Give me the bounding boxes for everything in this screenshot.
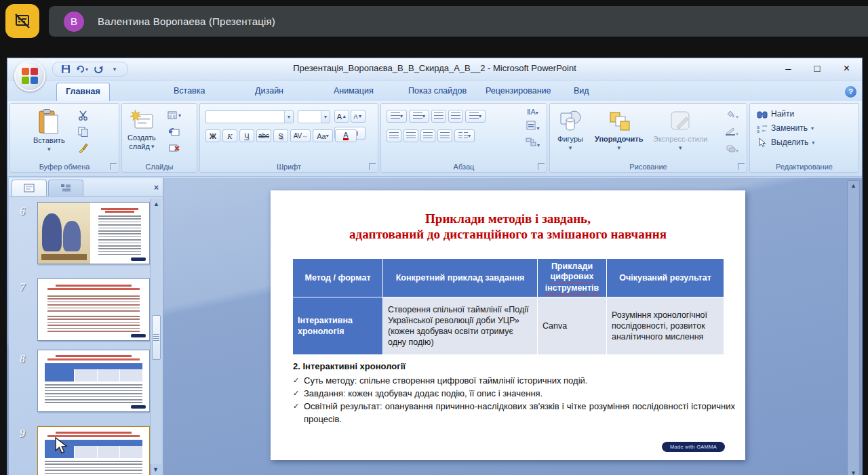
justify-button[interactable] <box>437 129 452 142</box>
slide-thumbnail-7[interactable] <box>37 278 150 341</box>
paragraph-dialog-launcher[interactable] <box>538 163 545 170</box>
main-scrollbar[interactable]: ▲ ▼ <box>847 180 860 475</box>
group-font-label: Шрифт <box>200 163 378 171</box>
tab-glavnaya[interactable]: Главная <box>56 83 110 101</box>
grow-font-button[interactable]: А▲ <box>334 110 349 123</box>
panel-scrollbar[interactable]: ▲ <box>150 199 161 464</box>
panel-tabs: × <box>9 178 163 197</box>
increase-indent-icon <box>451 112 460 120</box>
scroll-up-icon[interactable]: ▲ <box>848 182 859 189</box>
format-painter-button[interactable] <box>75 142 90 154</box>
italic-button[interactable]: К <box>222 129 237 142</box>
align-center-button[interactable] <box>403 129 418 142</box>
bold-button[interactable]: Ж <box>205 129 220 142</box>
slide-canvas[interactable]: Приклади методів і завдань, адаптований … <box>271 190 745 460</box>
group-clipboard-label: Буфер обмена <box>10 163 119 171</box>
table-cell-method: Інтерактивна хронологія <box>293 297 383 355</box>
paste-button[interactable]: Вставить <box>33 109 65 153</box>
tab-pokaz-slaydov[interactable]: Показ слайдов <box>399 83 475 101</box>
shape-effects-button[interactable]: ▾ <box>725 143 738 155</box>
text-direction-button[interactable]: ⅡA▾ <box>527 108 538 117</box>
panel-scroll-up-icon[interactable]: ▲ <box>151 201 162 207</box>
maximize-button[interactable]: □ <box>814 62 821 75</box>
scissors-icon <box>78 110 88 121</box>
shape-fill-icon <box>725 110 736 119</box>
slide-thumbnail-6[interactable] <box>37 202 150 264</box>
shape-fill-button[interactable]: ▾ <box>725 109 738 121</box>
font-color-button[interactable]: А <box>335 129 357 142</box>
numbering-icon <box>413 112 422 120</box>
shrink-font-button[interactable]: А▼ <box>351 110 366 123</box>
find-button[interactable]: Найти <box>757 109 814 119</box>
presentation-paused-icon-button[interactable] <box>5 4 39 38</box>
columns-button[interactable]: ▾ <box>454 129 475 142</box>
reset-slide-button[interactable] <box>167 125 182 138</box>
text-shadow-button[interactable]: S <box>273 129 288 142</box>
character-spacing-button[interactable]: AV↔ <box>290 129 311 142</box>
copy-button[interactable] <box>75 125 90 138</box>
minimize-button[interactable]: – <box>785 62 791 75</box>
header3-line3: інструментів <box>545 283 599 295</box>
panel-scrollbar-thumb[interactable] <box>152 315 161 360</box>
office-button[interactable] <box>14 60 45 91</box>
slide-layout-button[interactable]: ▾ <box>167 109 182 122</box>
align-left-icon <box>389 132 399 140</box>
tab-slides-thumbnails[interactable] <box>12 180 47 196</box>
panel-close-button[interactable]: × <box>154 183 159 192</box>
drawing-dialog-launcher[interactable] <box>738 163 745 170</box>
numbering-button[interactable]: ▾ <box>409 110 429 123</box>
shapes-label: Фигуры <box>557 135 583 143</box>
arrange-label: Упорядочить <box>595 135 644 143</box>
clipboard-dialog-launcher[interactable] <box>110 163 117 170</box>
bullets-icon <box>391 112 400 120</box>
align-text-button[interactable]: ▾ <box>526 121 539 133</box>
slide-thumbnail-8[interactable] <box>37 350 150 412</box>
convert-to-smartart-button[interactable]: ▾ <box>526 137 540 150</box>
slides-tab-icon <box>24 184 35 192</box>
shapes-icon <box>557 109 584 135</box>
font-dialog-launcher[interactable] <box>369 163 376 170</box>
slide-number: 8 <box>20 353 25 365</box>
font-size-combo[interactable]: ▾ <box>298 110 330 123</box>
screen: B Валентина Воропаева (Презентація) <box>0 0 868 475</box>
bullets-button[interactable]: ▾ <box>387 110 407 123</box>
panel-scroll-down-icon[interactable]: ▼ <box>150 466 161 473</box>
decrease-indent-button[interactable] <box>431 110 446 123</box>
line-spacing-button[interactable]: ▾ <box>465 110 486 123</box>
select-button[interactable]: Выделить▾ <box>757 138 814 147</box>
tab-vid[interactable]: Вид <box>565 83 598 101</box>
close-button[interactable]: × <box>844 62 850 75</box>
font-name-combo[interactable]: ▾ <box>205 110 294 123</box>
shape-outline-button[interactable]: ▾ <box>725 126 738 138</box>
slide-number: 9 <box>20 428 25 440</box>
slide-table[interactable]: Метод / формат Конкретний приклад завдан… <box>292 258 724 355</box>
quick-styles-button[interactable]: Экспресс-стили <box>653 109 707 152</box>
delete-slide-button[interactable] <box>167 142 182 154</box>
underline-button[interactable]: Ч <box>239 129 254 142</box>
notes-list: Суть методу: спільне створення цифрової … <box>293 374 735 426</box>
header3-line2: цифрових <box>551 272 594 283</box>
tab-retsenzirovanie[interactable]: Рецензирование <box>477 83 560 101</box>
tab-outline[interactable] <box>48 180 83 196</box>
arrange-button[interactable]: Упорядочить <box>595 109 644 152</box>
replace-button[interactable]: aa Заменить▾ <box>757 123 814 133</box>
window-controls: – □ × <box>785 62 850 75</box>
group-editing: Найти aa Заменить▾ Выделить▾ <box>749 103 859 173</box>
align-right-button[interactable] <box>420 129 435 142</box>
new-slide-button[interactable]: Создать слайд <box>127 109 156 150</box>
tab-dizayn[interactable]: Дизайн <box>246 83 292 101</box>
tab-vstavka[interactable]: Вставка <box>165 83 214 101</box>
scroll-down-icon[interactable]: ▼ <box>848 470 859 475</box>
strikethrough-button[interactable]: abc <box>256 129 271 142</box>
tab-animatsiya[interactable]: Анимация <box>325 83 382 101</box>
help-button[interactable]: ? <box>845 86 856 98</box>
note-bullet: Освітній результат: опанування причинно-… <box>293 400 735 426</box>
change-case-button[interactable]: Aa▾ <box>313 129 333 142</box>
layout-icon <box>167 111 178 120</box>
grow-font-label: А <box>337 112 342 121</box>
shapes-button[interactable]: Фигуры <box>557 109 584 152</box>
increase-indent-button[interactable] <box>448 110 463 123</box>
align-left-button[interactable] <box>387 129 401 142</box>
cut-button[interactable] <box>75 109 90 122</box>
avatar-letter: B <box>71 16 77 27</box>
